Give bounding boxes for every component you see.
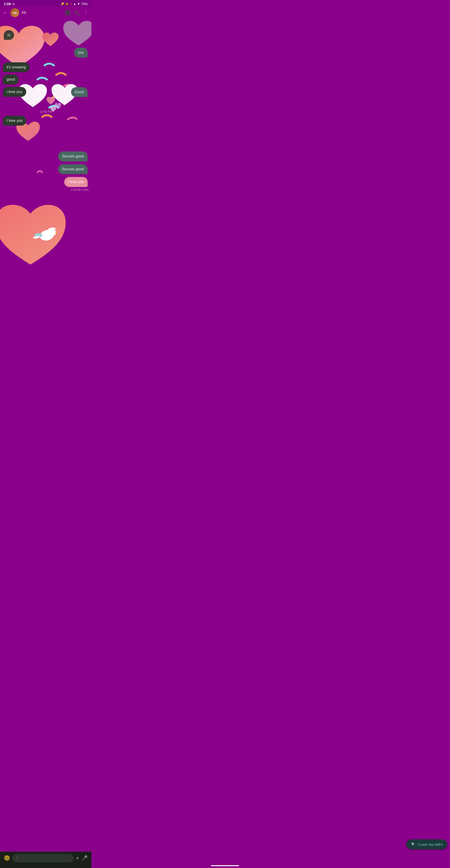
timestamp-1256: 12:56 PM bbox=[3, 110, 89, 114]
status-right: 🔑 🔕 ◎ ▲ ▼ 79% bbox=[61, 2, 88, 6]
message-bubble[interactable]: good bbox=[3, 74, 19, 84]
contact-name[interactable]: Ab bbox=[22, 10, 62, 15]
more-options-icon[interactable]: ⋮ bbox=[84, 10, 89, 16]
msg-row-sent-you: you bbox=[3, 48, 88, 59]
nav-icons: ⬛ 📞 ⋮ bbox=[65, 10, 89, 16]
instagram-icon: ◎ bbox=[70, 2, 72, 6]
status-left: 1:09 ⊙ bbox=[4, 2, 15, 6]
message-bubble[interactable]: hi bbox=[4, 30, 14, 40]
mute-icon: 🔕 bbox=[65, 2, 69, 6]
message-bubble-sounds-good-1[interactable]: Sounds good bbox=[58, 151, 88, 161]
message-bubble[interactable]: i love you bbox=[3, 87, 26, 97]
chat-area: hi it's snowing good i love you you Good… bbox=[0, 19, 91, 291]
msg-meta: 1:09 PM • SMS bbox=[3, 188, 89, 191]
msg-row-received-2: it's snowing bbox=[3, 62, 89, 73]
screen-record-icon: ⊙ bbox=[12, 2, 15, 6]
back-button[interactable]: ← bbox=[3, 10, 8, 16]
message-bubble[interactable]: you bbox=[74, 48, 88, 57]
top-nav: ← Ab Ab Friday • 9:13 AM ⬛ 📞 ⋮ bbox=[0, 7, 91, 19]
key-icon: 🔑 bbox=[61, 2, 64, 6]
msg-row-received-3: good bbox=[3, 74, 89, 86]
msg-row-sent-sounds1: Sounds good bbox=[3, 151, 88, 163]
status-time: 1:09 bbox=[4, 2, 11, 6]
message-bubble-i-love-you[interactable]: I love you bbox=[64, 177, 88, 187]
call-icon[interactable]: 📞 bbox=[74, 10, 80, 16]
message-bubble[interactable]: it's snowing bbox=[3, 62, 30, 72]
msg-row-sent-sounds2: Sounds good bbox=[3, 164, 88, 176]
message-bubble-sounds-good-2[interactable]: Sounds good bbox=[58, 164, 88, 174]
video-call-icon[interactable]: ⬛ bbox=[65, 10, 70, 16]
msg-row-received-1: hi bbox=[4, 30, 89, 41]
message-bubble[interactable]: Good bbox=[71, 87, 88, 97]
message-bubble[interactable]: I love you bbox=[3, 116, 26, 126]
wifi-icon: ▼ bbox=[77, 2, 80, 6]
msg-row-received-ilove: I love you bbox=[3, 116, 89, 127]
msg-row-sent-iloveyou: I love you bbox=[3, 177, 88, 188]
avatar[interactable]: Ab bbox=[10, 8, 19, 17]
status-bar: 1:09 ⊙ 🔑 🔕 ◎ ▲ ▼ 79% bbox=[0, 0, 91, 7]
battery-icon: 79% bbox=[81, 2, 88, 6]
signal-icon: ▲ bbox=[73, 2, 76, 6]
